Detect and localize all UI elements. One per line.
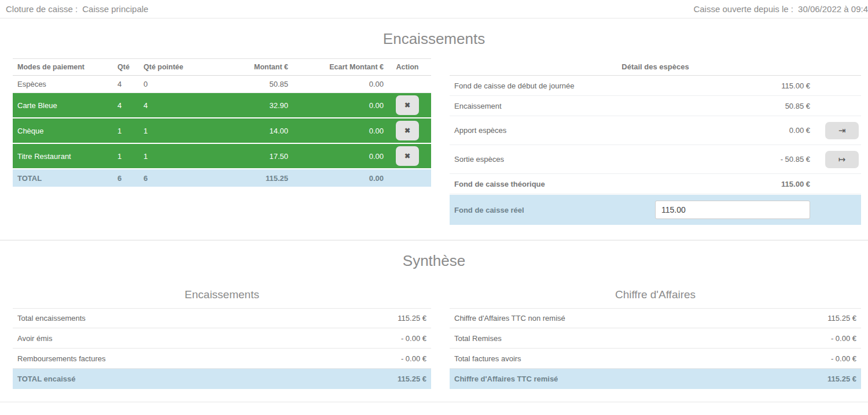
syn-value: - 0.00 € <box>831 334 856 343</box>
syn-row-remboursements: Remboursements factures - 0.00 € <box>13 349 431 369</box>
payment-action-slot: ✖ <box>384 121 431 140</box>
payment-qty-pointed: 4 <box>144 101 201 110</box>
total-amount: 115.25 <box>201 174 288 183</box>
syn-row-ca-remise: Chiffre d'Affaires TTC remisé 115.25 € <box>450 369 861 389</box>
syn-label: Total encaissements <box>17 314 86 323</box>
sortie-especes-button[interactable]: ↦ <box>825 151 859 168</box>
payment-qty-pointed: 0 <box>144 80 201 88</box>
opened-since-label: Caisse ouverte depuis le : <box>693 4 793 14</box>
syn-total-value: 115.25 € <box>827 375 856 383</box>
page-title: Cloture de caisse :Caisse principale <box>6 4 148 14</box>
payment-ecart: 0.00 <box>288 127 384 135</box>
syn-value: - 0.00 € <box>401 334 426 343</box>
topbar: Cloture de caisse :Caisse principale Cai… <box>0 0 868 18</box>
detail-label: Fond de caisse théorique <box>450 180 781 188</box>
syn-row-total-encaisse: TOTAL encaissé 115.25 € <box>13 369 431 389</box>
total-label: TOTAL <box>13 174 117 183</box>
detail-value: 115.00 € <box>781 180 810 188</box>
payment-qty-pointed: 1 <box>144 127 201 135</box>
unpoint-button[interactable]: ✖ <box>396 95 419 115</box>
detail-row-apport: Apport espèces 0.00 € ⇥ <box>450 116 861 145</box>
synthese-ca-title: Chiffre d'Affaires <box>450 288 861 301</box>
payment-qty: 4 <box>117 101 144 110</box>
syn-value: 115.25 € <box>398 314 426 323</box>
header-mode: Modes de paiement <box>13 63 117 71</box>
payment-amount: 32.90 <box>201 101 288 110</box>
payments-table-header: Modes de paiement Qté Qté pointée Montan… <box>13 58 431 76</box>
payment-ecart: 0.00 <box>288 101 384 110</box>
header-qty-pointed: Qté pointée <box>144 63 201 71</box>
payment-ecart: 0.00 <box>288 152 384 161</box>
x-icon: ✖ <box>404 127 410 135</box>
fond-caisse-reel-input[interactable] <box>655 201 810 219</box>
cash-in-icon: ⇥ <box>838 125 846 136</box>
syn-total-value: 115.25 € <box>398 375 426 383</box>
detail-row-fond-theorique: Fond de caisse théorique 115.00 € <box>450 174 861 194</box>
apport-especes-button[interactable]: ⇥ <box>825 122 859 139</box>
detail-value: - 50.85 € <box>781 155 810 164</box>
detail-button-slot: ↦ <box>810 151 861 168</box>
payment-qty-pointed: 1 <box>144 152 201 161</box>
detail-value: 0.00 € <box>789 126 810 135</box>
payment-row-carte-bleue: Carte Bleue 4 4 32.90 0.00 ✖ <box>13 93 431 118</box>
detail-value: 115.00 € <box>781 81 810 90</box>
detail-button-slot: ⇥ <box>810 122 861 139</box>
syn-row-ca-non-remise: Chiffre d'Affaires TTC non remisé 115.25… <box>450 308 861 328</box>
detail-value: 50.85 € <box>785 102 810 110</box>
syn-label: Total Remises <box>454 334 502 343</box>
synthese-encaissements-title: Encaissements <box>13 288 431 301</box>
header-action: Action <box>384 63 431 71</box>
payment-amount: 17.50 <box>201 152 288 161</box>
synthese-ca-block: Chiffre d'Affaires Chiffre d'Affaires TT… <box>450 280 861 389</box>
payment-row-titre-restaurant: Titre Restaurant 1 1 17.50 0.00 ✖ <box>13 144 431 169</box>
total-qty: 6 <box>117 174 144 183</box>
payments-table: Modes de paiement Qté Qté pointée Montan… <box>13 58 431 225</box>
detail-row-sortie: Sortie espèces - 50.85 € ↦ <box>450 145 861 174</box>
payments-total-row: TOTAL 6 6 115.25 0.00 <box>13 169 431 187</box>
encaissements-title: Encaissements <box>0 30 868 48</box>
register-name: Caisse principale <box>82 4 148 14</box>
payment-mode: Espèces <box>13 80 117 88</box>
payment-row-especes: Espèces 4 0 50.85 0.00 <box>13 76 431 93</box>
unpoint-button[interactable]: ✖ <box>396 146 419 166</box>
synthese-section: Encaissements Total encaissements 115.25… <box>0 280 868 389</box>
opened-since: Caisse ouverte depuis le :30/06/2022 à 0… <box>693 4 868 14</box>
syn-label: Avoir émis <box>17 334 52 343</box>
syn-value: 115.25 € <box>827 314 856 323</box>
section-divider <box>0 240 868 240</box>
x-icon: ✖ <box>404 152 410 160</box>
syn-total-label: TOTAL encaissé <box>17 375 75 383</box>
cash-out-icon: ↦ <box>838 154 846 165</box>
header-ecart: Ecart Montant € <box>288 63 384 71</box>
payment-amount: 50.85 <box>201 80 288 88</box>
syn-row-avoir-emis: Avoir émis - 0.00 € <box>13 328 431 349</box>
detail-label: Apport espèces <box>450 126 789 135</box>
header-amount: Montant € <box>201 63 288 71</box>
unpoint-button[interactable]: ✖ <box>396 121 419 140</box>
payment-ecart: 0.00 <box>288 80 384 88</box>
syn-label: Total factures avoirs <box>454 354 521 363</box>
payment-amount: 14.00 <box>201 127 288 135</box>
header-qty: Qté <box>117 63 144 71</box>
detail-label: Sortie espèces <box>450 155 781 164</box>
payment-mode: Chèque <box>13 127 117 135</box>
x-icon: ✖ <box>404 101 410 109</box>
payment-qty: 4 <box>117 80 144 88</box>
syn-row-total-encaissements: Total encaissements 115.25 € <box>13 308 431 328</box>
syn-row-factures-avoirs: Total factures avoirs - 0.00 € <box>450 349 861 369</box>
detail-label: Fond de caisse de début de journée <box>450 81 781 90</box>
synthese-encaissements-block: Encaissements Total encaissements 115.25… <box>13 280 431 389</box>
page-bottom-divider <box>0 402 868 402</box>
detail-label: Encaissement <box>450 102 785 110</box>
encaissements-section: Modes de paiement Qté Qté pointée Montan… <box>0 58 868 225</box>
payment-row-cheque: Chèque 1 1 14.00 0.00 ✖ <box>13 118 431 144</box>
payment-mode: Titre Restaurant <box>13 152 117 161</box>
opened-since-value: 30/06/2022 à 09:4 <box>798 4 868 14</box>
payment-qty: 1 <box>117 127 144 135</box>
fond-caisse-reel-row: Fond de caisse réel <box>450 195 861 225</box>
payment-qty: 1 <box>117 152 144 161</box>
payment-action-slot: ✖ <box>384 95 431 115</box>
total-qty-pointed: 6 <box>144 174 201 183</box>
detail-row-fond-debut: Fond de caisse de début de journée 115.0… <box>450 76 861 96</box>
syn-total-label: Chiffre d'Affaires TTC remisé <box>454 375 558 383</box>
